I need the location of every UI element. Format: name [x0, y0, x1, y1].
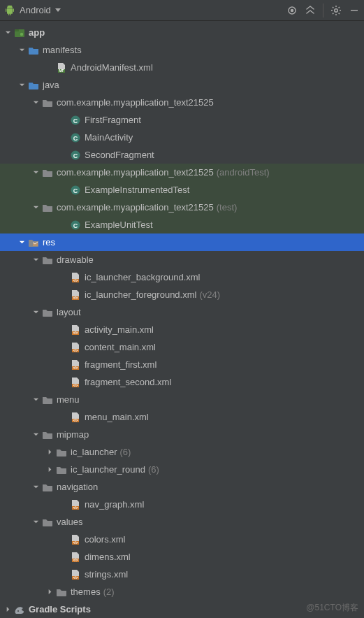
gradle-icon	[14, 604, 25, 615]
tree-row[interactable]: MFAndroidManifest.xml	[0, 59, 364, 76]
svg-text:</>: </>	[73, 348, 78, 352]
tree-row[interactable]: </>strings.xml	[0, 566, 364, 583]
tree-item-label: mipmap	[57, 429, 89, 440]
project-tree[interactable]: appmanifestsMFAndroidManifest.xmljavacom…	[0, 21, 364, 618]
tree-row[interactable]: ic_launcher_round(6)	[0, 461, 364, 478]
tree-row[interactable]: navigation	[0, 478, 364, 496]
package-icon	[56, 587, 67, 598]
expand-arrow-down-icon[interactable]	[31, 430, 41, 440]
tree-row[interactable]: </>nav_graph.xml	[0, 496, 364, 513]
package-icon	[56, 464, 67, 475]
tree-row[interactable]: mipmap	[0, 426, 364, 443]
tree-item-suffix: (test)	[217, 202, 238, 213]
tree-item-label: java	[43, 80, 59, 90]
class-icon: C	[70, 115, 81, 126]
tree-row[interactable]: values	[0, 513, 364, 531]
tree-item-label: com.example.myapplication_text21525	[57, 202, 214, 213]
tree-item-label: navigation	[57, 482, 98, 492]
tree-row[interactable]: </>content_main.xml	[0, 338, 364, 356]
package-icon	[42, 429, 53, 440]
tree-row[interactable]: </>ic_launcher_foreground.xml(v24)	[0, 286, 364, 303]
expand-arrow-down-icon[interactable]	[17, 80, 27, 90]
tree-row[interactable]: </>ic_launcher_background.xml	[0, 268, 364, 286]
tree-item-label: ic_launcher_foreground.xml	[85, 289, 196, 300]
tree-row[interactable]: CFirstFragment	[0, 111, 364, 129]
class-icon: C	[70, 220, 81, 231]
class-icon: C	[70, 132, 81, 143]
tree-item-suffix: (6)	[120, 447, 131, 457]
settings-gear-icon[interactable]	[330, 5, 342, 16]
expand-arrow-down-icon[interactable]	[3, 28, 13, 38]
tree-row[interactable]: com.example.myapplication_text21525	[0, 94, 364, 111]
hide-minimize-icon[interactable]	[349, 5, 360, 16]
expand-arrow-down-icon[interactable]	[31, 255, 41, 265]
tree-row[interactable]: </>fragment_second.xml	[0, 373, 364, 391]
tree-row[interactable]: java	[0, 76, 364, 94]
tree-row[interactable]: menu	[0, 391, 364, 408]
tree-row[interactable]: layout	[0, 303, 364, 321]
xml-orange-icon: </>	[70, 272, 81, 283]
tree-row[interactable]: themes(2)	[0, 583, 364, 601]
tree-item-label: ic_launcher_background.xml	[85, 272, 200, 282]
select-opened-file-icon[interactable]	[286, 5, 298, 16]
tree-row[interactable]: com.example.myapplication_text21525(andr…	[0, 164, 364, 181]
tree-row[interactable]: manifests	[0, 41, 364, 59]
tree-row[interactable]: </>fragment_first.xml	[0, 356, 364, 373]
svg-rect-6	[15, 29, 19, 31]
tree-row[interactable]: app	[0, 24, 364, 41]
expand-arrow-down-icon[interactable]	[31, 308, 41, 317]
tree-row[interactable]: com.example.myapplication_text21525(test…	[0, 199, 364, 216]
tree-row[interactable]: CSecondFragment	[0, 146, 364, 164]
folder-blue-icon	[28, 45, 39, 56]
expand-arrow-down-icon[interactable]	[17, 45, 27, 55]
xml-orange-icon: </>	[70, 342, 81, 353]
svg-text:</>: </>	[73, 575, 78, 580]
tree-row[interactable]: CExampleUnitTest	[0, 216, 364, 233]
tree-item-label: res	[43, 237, 55, 247]
view-selector[interactable]: Android	[4, 5, 61, 16]
expand-arrow-down-icon[interactable]	[31, 98, 41, 108]
expand-arrow-down-icon[interactable]	[31, 482, 41, 492]
tree-item-label: fragment_second.xml	[85, 377, 171, 387]
expand-arrow-right-icon[interactable]	[45, 447, 54, 457]
tree-row[interactable]: res	[0, 233, 364, 251]
svg-text:</>: </>	[73, 383, 78, 387]
xml-orange-icon: </>	[70, 569, 81, 580]
svg-text:</>: </>	[73, 296, 78, 300]
svg-text:C: C	[73, 152, 78, 159]
expand-arrow-right-icon[interactable]	[3, 605, 13, 615]
tree-row[interactable]: CExampleInstrumentedTest	[0, 181, 364, 199]
expand-arrow-right-icon[interactable]	[45, 587, 54, 597]
package-icon	[42, 202, 53, 213]
svg-text:C: C	[73, 222, 78, 229]
svg-rect-0	[6, 8, 6, 12]
watermark: @51CTO博客	[306, 602, 358, 614]
tree-row[interactable]: </>menu_main.xml	[0, 408, 364, 426]
expand-arrow-down-icon[interactable]	[31, 517, 41, 527]
svg-text:C: C	[73, 187, 78, 194]
tree-row[interactable]: CMainActivity	[0, 129, 364, 146]
collapse-all-icon[interactable]	[305, 5, 316, 16]
expand-arrow-down-icon[interactable]	[17, 238, 27, 247]
tree-item-label: menu	[57, 394, 80, 405]
expand-arrow-down-icon[interactable]	[31, 203, 41, 213]
expand-arrow-down-icon[interactable]	[31, 395, 41, 405]
tree-row[interactable]: ic_launcher(6)	[0, 443, 364, 461]
xml-orange-icon: </>	[70, 534, 81, 545]
svg-text:</>: </>	[73, 331, 78, 335]
tree-row[interactable]: </>activity_main.xml	[0, 321, 364, 338]
package-icon	[42, 307, 53, 318]
expand-arrow-down-icon[interactable]	[31, 168, 41, 178]
svg-text:C: C	[73, 117, 78, 124]
tree-item-label: com.example.myapplication_text21525	[57, 97, 214, 108]
xml-orange-icon: </>	[70, 359, 81, 371]
expand-arrow-right-icon[interactable]	[45, 465, 54, 475]
tree-row[interactable]: drawable	[0, 251, 364, 268]
tree-item-label: fragment_first.xml	[85, 359, 156, 370]
tree-item-label: colors.xml	[85, 534, 126, 545]
tree-row[interactable]: </>dimens.xml	[0, 548, 364, 566]
tree-item-label: nav_graph.xml	[85, 499, 144, 510]
tree-item-label: activity_main.xml	[85, 324, 154, 335]
tree-row[interactable]: </>colors.xml	[0, 531, 364, 548]
tree-item-label: MainActivity	[85, 132, 133, 143]
